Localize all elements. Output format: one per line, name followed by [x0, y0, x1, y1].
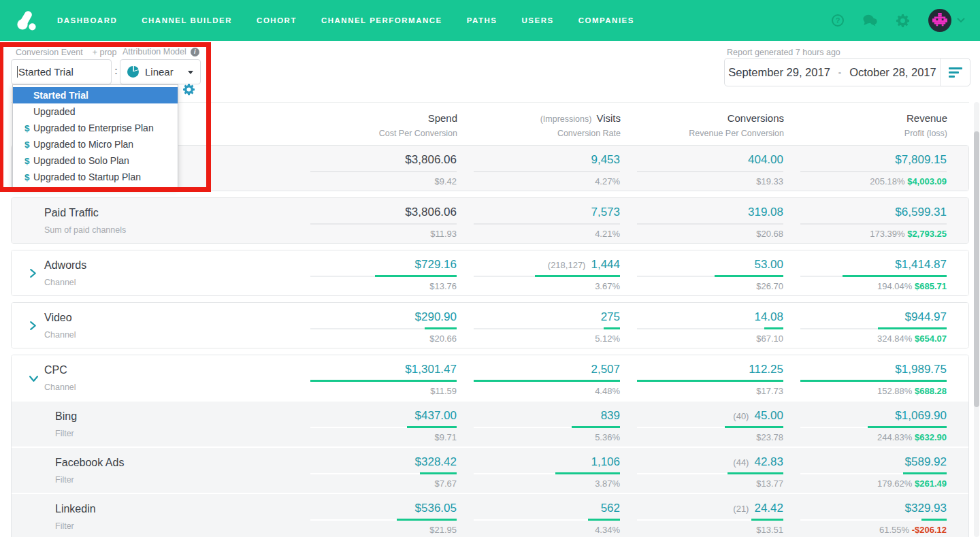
conversions-value[interactable]: 14.08	[754, 310, 783, 324]
report-generated-label: Report generated 7 hours ago	[727, 48, 840, 57]
visits-value[interactable]: 9,453	[591, 153, 620, 167]
revenue-bar	[800, 275, 947, 277]
conversions-value[interactable]: 404.00	[748, 153, 783, 167]
revenue-bar	[800, 380, 947, 382]
attribution-logo-icon[interactable]	[15, 9, 38, 32]
visits-value[interactable]: 2,507	[591, 363, 620, 376]
revenue-value[interactable]: $944.97	[905, 310, 947, 324]
expand-chevron-right-icon[interactable]	[29, 268, 37, 280]
expand-chevron-right-icon[interactable]	[29, 321, 37, 333]
info-icon[interactable]: i	[191, 48, 199, 56]
money-icon: $	[24, 123, 33, 133]
add-property-link[interactable]: + prop	[93, 48, 117, 57]
revenue-value[interactable]: $6,599.31	[895, 206, 947, 219]
dropdown-item-upgraded-to-enterprise-plan[interactable]: $Upgraded to Enterprise Plan	[13, 120, 178, 136]
spend-secondary-value: $11.93	[430, 229, 457, 239]
spend-value[interactable]: $729.16	[415, 258, 457, 272]
conversion-event-input[interactable]: Started Trial	[11, 59, 112, 84]
profit-percent: 179.62%	[877, 478, 912, 489]
spend-bar	[310, 327, 457, 329]
spend-value[interactable]: $290.90	[415, 310, 457, 324]
visits-value[interactable]: 1,106	[591, 455, 620, 469]
revenue-value[interactable]: $1,414.87	[895, 258, 947, 272]
profit-loss: 61.55% -$206.12	[879, 525, 947, 535]
conversions-value[interactable]: 53.00	[754, 258, 783, 272]
date-range-picker[interactable]: September 29, 2017 - October 28, 2017	[724, 58, 970, 86]
revenue-bar	[800, 426, 947, 428]
cell-visits: 1,1063.87%	[457, 448, 620, 493]
visits-bar	[474, 170, 620, 172]
nav-right: ?	[832, 9, 965, 32]
row-title: Paid Traffic	[44, 207, 293, 219]
conversions-value[interactable]: 319.08	[748, 206, 783, 219]
spend-bar	[310, 380, 457, 382]
nav-item-paths[interactable]: PATHS	[467, 16, 497, 25]
attribution-model-select[interactable]: Linear	[120, 59, 201, 84]
spend-secondary-value: $21.95	[429, 525, 457, 535]
table-row-adwords[interactable]: AdwordsChannel$729.16$13.76(218,127)1,44…	[12, 250, 968, 295]
spend-value[interactable]: $328.42	[415, 455, 457, 469]
messages-icon[interactable]	[863, 14, 877, 27]
spend-value[interactable]: $536.05	[415, 502, 457, 515]
table-row-cpc[interactable]: CPCChannel$1,301.47$11.592,5074.48%112.2…	[12, 355, 968, 400]
dropdown-item-upgraded-to-startup-plan[interactable]: $Upgraded to Startup Plan	[13, 169, 178, 185]
dropdown-item-upgraded-to-solo-plan[interactable]: $Upgraded to Solo Plan	[13, 152, 178, 169]
spend-value[interactable]: $1,301.47	[405, 363, 457, 376]
visits-value[interactable]: 839	[601, 409, 620, 423]
revenue-value[interactable]: $329.93	[905, 502, 947, 515]
visits-bar	[474, 426, 620, 428]
help-icon[interactable]: ?	[832, 14, 844, 27]
column-header-main: Conversions	[728, 112, 784, 124]
visits-value[interactable]: 7,573	[591, 206, 620, 219]
column-header-main: Spend	[428, 112, 457, 124]
nav-item-companies[interactable]: COMPANIES	[578, 16, 634, 25]
cell-visits: 9,4534.27%	[457, 146, 620, 191]
event-settings-gear-icon[interactable]	[183, 84, 195, 98]
revenue-value[interactable]: $1,989.75	[895, 363, 947, 376]
account-menu[interactable]	[928, 9, 965, 32]
dropdown-item-upgraded-to-micro-plan[interactable]: $Upgraded to Micro Plan	[13, 136, 178, 152]
row-name-cell: AdwordsChannel	[12, 250, 293, 295]
visits-secondary-value: 3.87%	[595, 478, 620, 489]
dropdown-item-label: Upgraded to Startup Plan	[33, 172, 141, 182]
dropdown-item-upgraded[interactable]: Upgraded	[13, 103, 178, 120]
nav-item-users[interactable]: USERS	[522, 16, 554, 25]
conversions-value[interactable]: 45.00	[754, 409, 783, 423]
spend-bar	[310, 519, 457, 521]
nav-item-dashboard[interactable]: DASHBOARD	[57, 16, 117, 25]
visits-value[interactable]: 562	[601, 502, 620, 515]
report-filter-button[interactable]	[940, 59, 970, 86]
dropdown-item-label: Upgraded to Enterprise Plan	[33, 123, 154, 133]
nav-item-channel-performance[interactable]: CHANNEL PERFORMANCE	[321, 16, 442, 25]
table-body: $3,806.06$9.429,4534.27%404.00$19.33$7,8…	[11, 145, 969, 537]
conversions-secondary-value: $17.73	[756, 386, 783, 396]
conversions-secondary-value: $20.68	[756, 229, 783, 239]
conversions-value[interactable]: 112.25	[749, 363, 783, 376]
revenue-bar	[800, 472, 947, 474]
collapse-chevron-down-icon[interactable]	[29, 373, 38, 385]
revenue-value[interactable]: $589.92	[905, 455, 947, 469]
table-row-video[interactable]: VideoChannel$290.90$20.662755.12%14.08$6…	[12, 303, 968, 348]
nav-item-cohort[interactable]: COHORT	[257, 16, 297, 25]
spend-value[interactable]: $437.00	[415, 409, 457, 423]
row-name-cell: BingFilter	[12, 402, 293, 446]
row-subtitle: Channel	[44, 330, 293, 340]
nav-item-channel-builder[interactable]: CHANNEL BUILDER	[142, 16, 232, 25]
table-row-linkedin: LinkedinFilter$536.05$21.955624.34%(21)2…	[12, 494, 968, 537]
cell-conversions: (44)42.83$13.77	[620, 448, 783, 493]
revenue-value[interactable]: $1,069.90	[895, 409, 947, 423]
revenue-bar-fill	[843, 275, 947, 277]
visits-bar-fill	[474, 380, 620, 382]
conversions-value[interactable]: 42.83	[754, 455, 783, 469]
visits-bar-fill	[555, 472, 620, 474]
scrollbar-thumb[interactable]	[974, 131, 979, 407]
visits-value[interactable]: 1,444	[591, 258, 620, 272]
revenue-value[interactable]: $7,809.15	[895, 153, 947, 167]
visits-value[interactable]: 275	[601, 310, 620, 324]
conversions-secondary-value: $26.70	[756, 281, 783, 291]
avatar[interactable]	[928, 9, 951, 32]
settings-gear-icon[interactable]	[896, 14, 909, 27]
dropdown-item-started-trial[interactable]: Started Trial	[13, 87, 178, 103]
cell-visits: 2,5074.48%	[457, 355, 620, 400]
conversions-value[interactable]: 24.42	[754, 502, 783, 515]
